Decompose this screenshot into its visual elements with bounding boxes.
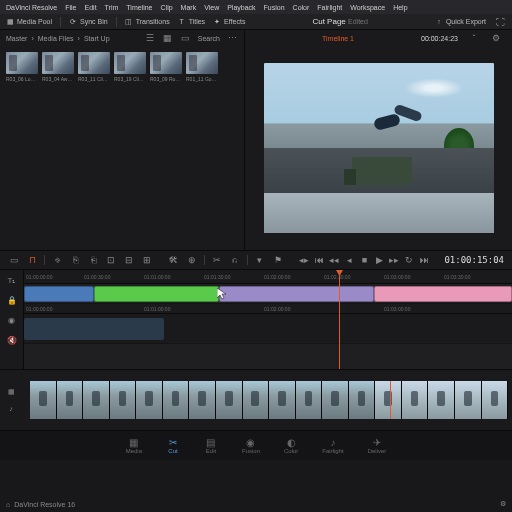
audio-clip[interactable] bbox=[24, 318, 164, 340]
jog-left-icon[interactable]: ◂▸ bbox=[298, 254, 310, 266]
menu-item[interactable]: Fairlight bbox=[317, 4, 342, 11]
page-fairlight[interactable]: ♪Fairlight bbox=[322, 437, 343, 454]
filmstrip-frame[interactable] bbox=[216, 381, 243, 419]
filmstrip-frame[interactable] bbox=[189, 381, 216, 419]
audio-track[interactable] bbox=[24, 314, 512, 344]
close-up-icon[interactable]: ⊡ bbox=[105, 254, 117, 266]
gear-icon[interactable]: ⚙ bbox=[490, 32, 502, 44]
transitions-button[interactable]: ◫Transitions bbox=[125, 18, 170, 26]
search-label[interactable]: Search bbox=[198, 35, 220, 42]
menu-item[interactable]: Clip bbox=[161, 4, 173, 11]
menu-item[interactable]: Workspace bbox=[350, 4, 385, 11]
track-header-icon[interactable]: T₁ bbox=[0, 270, 23, 290]
filmstrip[interactable] bbox=[30, 381, 508, 419]
fullscreen-icon[interactable]: ⛶ bbox=[494, 16, 506, 28]
video-clip[interactable] bbox=[94, 286, 219, 302]
filmstrip-frame[interactable] bbox=[322, 381, 349, 419]
quick-export-button[interactable]: ↑Quick Export bbox=[435, 18, 486, 26]
tools-icon[interactable]: 🛠 bbox=[168, 254, 180, 266]
menu-item[interactable]: Trim bbox=[105, 4, 119, 11]
upper-timeline[interactable]: T₁ 🔒 ◉ 🔇 01:00:00:00 01:00:30:00 01:01:0… bbox=[0, 270, 512, 370]
menu-item[interactable]: Timeline bbox=[126, 4, 152, 11]
filmstrip-frame[interactable] bbox=[269, 381, 296, 419]
timeline-ruler[interactable]: 01:00:00:00 01:00:30:00 01:01:00:00 01:0… bbox=[24, 270, 512, 284]
chevron-down-icon[interactable]: ˇ bbox=[468, 32, 480, 44]
page-edit[interactable]: ▤Edit bbox=[204, 437, 218, 454]
audio-track-icon[interactable]: ◉ bbox=[0, 310, 23, 330]
video-frame[interactable] bbox=[264, 63, 494, 233]
marker-icon[interactable]: ▾ bbox=[254, 254, 266, 266]
tail-icon[interactable]: ⎌ bbox=[229, 254, 241, 266]
lower-timeline[interactable]: ▦ ♪ bbox=[0, 370, 512, 430]
filmstrip-frame[interactable] bbox=[428, 381, 455, 419]
menu-item[interactable]: File bbox=[65, 4, 76, 11]
breadcrumb-item[interactable]: Master bbox=[6, 35, 27, 42]
clip-thumb[interactable]: R03_06 Low look... bbox=[6, 52, 38, 82]
page-cut[interactable]: ✂Cut bbox=[166, 437, 180, 454]
menu-item[interactable]: Help bbox=[393, 4, 407, 11]
timeline-ruler-lower[interactable]: 01:00:00:00 01:01:00:00 01:02:00:00 01:0… bbox=[24, 304, 512, 314]
options-icon[interactable]: ⋯ bbox=[226, 32, 238, 44]
split-icon[interactable]: ✂ bbox=[211, 254, 223, 266]
filmstrip-frame[interactable] bbox=[30, 381, 57, 419]
filmstrip-frame[interactable] bbox=[482, 381, 508, 419]
filmstrip-frame[interactable] bbox=[296, 381, 323, 419]
effects-button[interactable]: ✦Effects bbox=[213, 18, 245, 26]
filmstrip-frame[interactable] bbox=[83, 381, 110, 419]
flag-icon[interactable]: ⚑ bbox=[272, 254, 284, 266]
source-overwrite-icon[interactable]: ⊞ bbox=[141, 254, 153, 266]
menu-item[interactable]: Color bbox=[293, 4, 310, 11]
prev-icon[interactable]: ◂◂ bbox=[328, 254, 340, 266]
place-on-top-icon[interactable]: ⊟ bbox=[123, 254, 135, 266]
filmstrip-frame[interactable] bbox=[402, 381, 429, 419]
page-color[interactable]: ◐Color bbox=[284, 437, 298, 454]
filmstrip-frame[interactable] bbox=[349, 381, 376, 419]
first-frame-icon[interactable]: ⏮ bbox=[313, 254, 325, 266]
thumb-view-icon[interactable]: ▦ bbox=[162, 32, 174, 44]
smart-insert-icon[interactable]: ⎆ bbox=[51, 254, 63, 266]
clip-thumb[interactable]: R01_11 Goodbo... bbox=[186, 52, 218, 82]
play-icon[interactable]: ▶ bbox=[373, 254, 385, 266]
page-fusion[interactable]: ◉Fusion bbox=[242, 437, 260, 454]
loop-icon[interactable]: ↻ bbox=[403, 254, 415, 266]
video-clip[interactable] bbox=[24, 286, 94, 302]
audio-icon[interactable]: ♪ bbox=[4, 402, 18, 416]
clip-thumb[interactable]: R03_04 Awning N... bbox=[42, 52, 74, 82]
menu-item[interactable]: Fusion bbox=[264, 4, 285, 11]
filmstrip-frame[interactable] bbox=[243, 381, 270, 419]
menu-item[interactable]: Playback bbox=[227, 4, 255, 11]
list-view-icon[interactable]: ☰ bbox=[144, 32, 156, 44]
home-icon[interactable]: ⌂ bbox=[6, 501, 10, 508]
snap-icon[interactable]: ⊓ bbox=[26, 254, 38, 266]
menu-item[interactable]: View bbox=[204, 4, 219, 11]
filmstrip-frame[interactable] bbox=[110, 381, 137, 419]
sync-bin-button[interactable]: ⟳Sync Bin bbox=[69, 18, 108, 26]
next-icon[interactable]: ▸▸ bbox=[388, 254, 400, 266]
page-media[interactable]: ▦Media bbox=[126, 437, 142, 454]
clip-thumb[interactable]: R03_09 Roof Pat... bbox=[150, 52, 182, 82]
stop-icon[interactable]: ■ bbox=[358, 254, 370, 266]
playhead[interactable] bbox=[339, 270, 340, 369]
lock-icon[interactable]: 🔒 bbox=[0, 290, 23, 310]
last-frame-icon[interactable]: ⏭ bbox=[418, 254, 430, 266]
titles-button[interactable]: TTitles bbox=[178, 18, 205, 26]
breadcrumb-item[interactable]: Media Files bbox=[38, 35, 74, 42]
append-icon[interactable]: ⎘ bbox=[69, 254, 81, 266]
rev-icon[interactable]: ◂ bbox=[343, 254, 355, 266]
boring-detector-icon[interactable]: ▭ bbox=[8, 254, 20, 266]
media-pool-button[interactable]: ▦Media Pool bbox=[6, 18, 52, 26]
filmstrip-frame[interactable] bbox=[375, 381, 402, 419]
ripple-icon[interactable]: ⎗ bbox=[87, 254, 99, 266]
lower-playhead[interactable] bbox=[390, 381, 391, 419]
video-clip[interactable] bbox=[374, 286, 512, 302]
filmstrip-frame[interactable] bbox=[163, 381, 190, 419]
menu-item[interactable]: Mark bbox=[181, 4, 197, 11]
filmstrip-frame[interactable] bbox=[57, 381, 84, 419]
clip-thumb[interactable]: R03_11 Climb No... bbox=[78, 52, 110, 82]
video-track[interactable] bbox=[24, 284, 512, 304]
dynamic-zoom-icon[interactable]: ⊕ bbox=[186, 254, 198, 266]
breadcrumb-item[interactable]: Start Up bbox=[84, 35, 110, 42]
filmstrip-frame[interactable] bbox=[136, 381, 163, 419]
mute-icon[interactable]: 🔇 bbox=[0, 330, 23, 350]
filmstrip-frame[interactable] bbox=[455, 381, 482, 419]
